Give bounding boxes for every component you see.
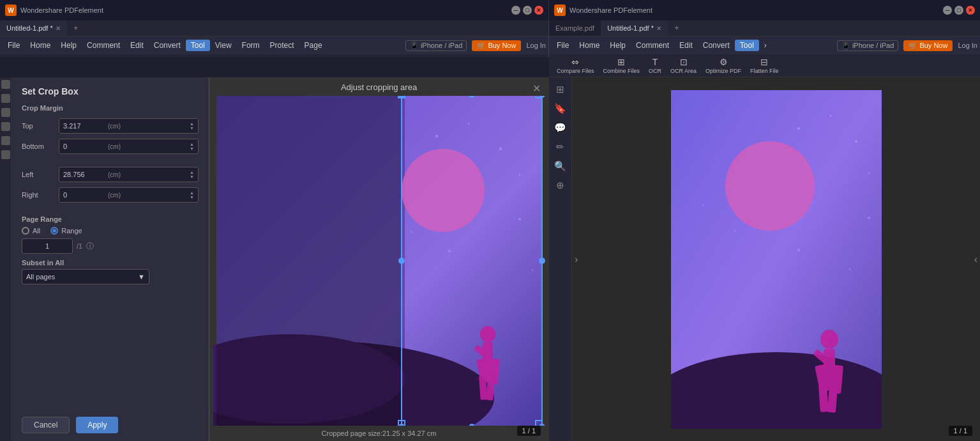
right-spin-down[interactable]: ▼ <box>190 195 194 199</box>
buy-now-btn[interactable]: 🛒 Buy Now <box>472 40 521 51</box>
bottom-spin-down[interactable]: ▼ <box>190 146 194 151</box>
strip-item-1[interactable] <box>1 80 10 89</box>
right-minimize-btn[interactable]: ─ <box>943 6 952 15</box>
left-collapse-arrow[interactable]: › <box>572 251 580 268</box>
right-log-in[interactable]: Log In <box>958 42 977 49</box>
bottom-input[interactable] <box>63 143 108 150</box>
combine-files-btn[interactable]: ⊞ Combine Files <box>599 56 644 75</box>
right-new-tab-btn[interactable]: + <box>670 22 683 35</box>
top-spin-up[interactable]: ▲ <box>190 121 194 126</box>
menu-convert[interactable]: Convert <box>149 40 186 51</box>
right-close-btn[interactable]: ✕ <box>966 6 975 15</box>
strip-item-3[interactable] <box>1 108 10 117</box>
radio-all[interactable]: All <box>22 227 40 235</box>
sidebar-pen-icon[interactable]: ✏ <box>554 140 568 154</box>
compare-files-btn[interactable]: ⇔ Compare Files <box>553 56 598 75</box>
optimize-pdf-btn[interactable]: ⚙ Optimize PDF <box>702 56 745 75</box>
radio-all-circle[interactable] <box>22 227 29 235</box>
radio-range-circle[interactable] <box>50 227 58 235</box>
left-spin-up[interactable]: ▲ <box>190 170 194 174</box>
left-spin[interactable]: ▲ ▼ <box>190 170 194 179</box>
right-menu-home[interactable]: Home <box>574 40 605 51</box>
right-label: Right <box>22 191 54 199</box>
left-spin-down[interactable]: ▼ <box>190 174 194 179</box>
right-buy-btn[interactable]: 🛒 Buy Now <box>903 40 953 51</box>
subset-select[interactable]: All pages ▼ <box>22 269 149 284</box>
menu-protect[interactable]: Protect <box>265 40 299 51</box>
menu-home[interactable]: Home <box>25 40 56 51</box>
left-close-btn[interactable]: ✕ <box>534 6 543 15</box>
left-minimize-btn[interactable]: ─ <box>511 6 520 15</box>
right-spin-up[interactable]: ▲ <box>190 190 194 195</box>
tab-untitled-right-close[interactable]: ✕ <box>656 25 661 32</box>
right-iphone-btn[interactable]: 📱 iPhone / iPad <box>837 40 899 51</box>
top-spin[interactable]: ▲ ▼ <box>190 121 194 130</box>
right-menu-more[interactable]: › <box>759 40 772 51</box>
flatten-file-btn[interactable]: ⊟ Flatten File <box>746 56 783 75</box>
left-maximize-btn[interactable]: □ <box>523 6 532 15</box>
page-range-input[interactable] <box>22 238 73 254</box>
top-spin-down[interactable]: ▼ <box>190 126 194 130</box>
bottom-input-container[interactable]: (cm) ▲ ▼ <box>59 139 199 154</box>
tab-untitled-right[interactable]: Untitled-1.pdf * ✕ <box>601 20 668 36</box>
tab-untitled-close[interactable]: ✕ <box>56 25 61 32</box>
sidebar-columns-icon[interactable]: ⊞ <box>554 82 568 97</box>
right-menu-comment[interactable]: Comment <box>631 40 674 51</box>
new-tab-btn[interactable]: + <box>70 22 82 35</box>
tab-untitled[interactable]: Untitled-1.pdf * ✕ <box>0 20 67 36</box>
svg-point-27 <box>480 326 495 343</box>
right-window-controls[interactable]: ─ □ ✕ <box>943 6 975 15</box>
right-maximize-btn[interactable]: □ <box>954 6 963 15</box>
sidebar-search-icon[interactable]: 🔍 <box>554 159 568 173</box>
left-window-controls[interactable]: ─ □ ✕ <box>511 6 543 15</box>
top-input-container[interactable]: (cm) ▲ ▼ <box>59 118 199 134</box>
strip-item-4[interactable] <box>1 122 10 131</box>
menu-form[interactable]: Form <box>237 40 265 51</box>
sidebar-comment-icon[interactable]: 💬 <box>554 121 568 135</box>
ocr-btn[interactable]: T OCR <box>645 56 665 75</box>
iphone-ipad-btn[interactable]: 📱 iPhone / iPad <box>405 40 467 51</box>
apply-button[interactable]: Apply <box>76 417 118 433</box>
top-input[interactable] <box>63 122 108 130</box>
menu-edit[interactable]: Edit <box>125 40 149 51</box>
left-title-bar: W Wondershare PDFelement ─ □ ✕ <box>0 0 549 20</box>
menu-page[interactable]: Page <box>299 40 328 51</box>
crop-close-button[interactable]: ✕ <box>532 82 541 95</box>
info-icon[interactable]: ⓘ <box>86 241 94 252</box>
tab-example-label: Example.pdf <box>555 24 594 32</box>
menu-file[interactable]: File <box>3 40 25 51</box>
right-spin[interactable]: ▲ ▼ <box>190 190 194 199</box>
svg-point-38 <box>410 231 412 233</box>
menu-view[interactable]: View <box>210 40 237 51</box>
bottom-spin[interactable]: ▲ ▼ <box>190 142 194 151</box>
strip-item-2[interactable] <box>1 94 10 103</box>
sidebar-layers-icon[interactable]: ⊕ <box>554 178 568 192</box>
svg-point-39 <box>448 250 451 252</box>
menu-comment[interactable]: Comment <box>82 40 125 51</box>
bottom-spin-up[interactable]: ▲ <box>190 142 194 146</box>
left-input[interactable] <box>63 171 108 178</box>
left-input-container[interactable]: (cm) ▲ ▼ <box>59 167 199 182</box>
svg-point-68 <box>855 140 857 143</box>
right-menu-tool[interactable]: Tool <box>735 40 759 51</box>
strip-item-6[interactable] <box>1 150 10 159</box>
log-in-link[interactable]: Log In <box>526 42 546 49</box>
tab-example[interactable]: Example.pdf <box>549 20 601 36</box>
spacer-2 <box>11 205 209 213</box>
right-input-container[interactable]: (cm) ▲ ▼ <box>59 187 199 203</box>
cancel-button[interactable]: Cancel <box>22 417 70 433</box>
menu-tool[interactable]: Tool <box>186 40 210 51</box>
ocr-area-btn[interactable]: ⊡ OCR Area <box>667 56 700 75</box>
menu-help[interactable]: Help <box>56 40 82 51</box>
right-menu-edit[interactable]: Edit <box>674 40 698 51</box>
right-menu-convert[interactable]: Convert <box>698 40 735 51</box>
right-pdf-svg <box>671 90 882 429</box>
toolbars-row: ⇔ Compare Files ⊞ Combine Files T OCR ⊡ … <box>0 54 980 77</box>
right-menu-help[interactable]: Help <box>605 40 631 51</box>
right-input[interactable] <box>63 191 108 199</box>
right-menu-file[interactable]: File <box>552 40 574 51</box>
strip-item-5[interactable] <box>1 136 10 145</box>
sidebar-bookmark-icon[interactable]: 🔖 <box>554 102 568 116</box>
radio-range[interactable]: Range <box>50 227 82 235</box>
right-collapse-arrow[interactable]: ‹ <box>972 251 980 268</box>
